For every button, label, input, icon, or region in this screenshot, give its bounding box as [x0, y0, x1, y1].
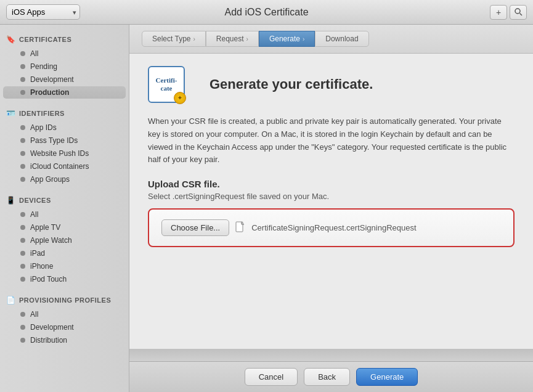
- title-bar: iOS Apps Add iOS Certificate +: [0, 0, 533, 25]
- sidebar-item-production[interactable]: Production: [3, 86, 126, 99]
- content-area: Select Type › Request › Generate › Downl…: [129, 25, 533, 392]
- cert-icon-label: Certifi-cate: [156, 76, 177, 92]
- sidebar-item-apple-tv[interactable]: Apple TV: [3, 221, 126, 234]
- step-request[interactable]: Request ›: [206, 31, 259, 47]
- sidebar-item-ipad[interactable]: iPad: [3, 247, 126, 259]
- sidebar-item-all-certs[interactable]: All: [3, 47, 126, 60]
- svg-point-0: [515, 9, 520, 14]
- sidebar-item-website-push-ids[interactable]: Website Push IDs: [3, 147, 126, 160]
- steps-bar: Select Type › Request › Generate › Downl…: [129, 25, 533, 54]
- certificates-icon: 🔖: [6, 35, 16, 44]
- choose-file-button[interactable]: Choose File...: [161, 219, 229, 236]
- generate-button[interactable]: Generate: [356, 368, 418, 386]
- provisioning-icon: 📄: [6, 295, 16, 305]
- search-icon: [515, 8, 523, 16]
- cert-badge: ✦: [174, 92, 186, 104]
- file-name: CertificateSigningRequest.certSigningReq…: [251, 223, 416, 232]
- sidebar-item-pass-type-ids[interactable]: Pass Type IDs: [3, 134, 126, 147]
- footer-divider: [129, 349, 533, 361]
- svg-line-1: [519, 14, 522, 16]
- sidebar-item-dev-profiles[interactable]: Development: [3, 321, 126, 333]
- step-arrow-1: ›: [193, 36, 195, 43]
- description-text: When your CSR file is created, a public …: [148, 115, 515, 166]
- cert-icon-wrapper: Certifi-cate ✦: [148, 66, 197, 103]
- step-arrow-2: ›: [246, 36, 248, 43]
- main-container: 🔖 Certificates All Pending Development P…: [0, 25, 533, 392]
- title-bar-left: iOS Apps: [6, 4, 80, 20]
- footer: Cancel Back Generate: [129, 361, 533, 392]
- back-button[interactable]: Back: [304, 368, 350, 386]
- search-button[interactable]: [510, 5, 527, 20]
- sidebar-item-app-ids[interactable]: App IDs: [3, 121, 126, 134]
- app-selector-wrapper[interactable]: iOS Apps: [6, 4, 80, 20]
- step-select-type[interactable]: Select Type ›: [142, 31, 206, 47]
- sidebar-item-all-devices[interactable]: All: [3, 208, 126, 221]
- content-header: Certifi-cate ✦ Generate your certificate…: [148, 66, 515, 103]
- sidebar: 🔖 Certificates All Pending Development P…: [0, 25, 129, 392]
- sidebar-item-app-groups[interactable]: App Groups: [3, 173, 126, 186]
- identifiers-icon: 🪪: [6, 108, 16, 118]
- upload-box: Choose File... CertificateSigningRequest…: [148, 208, 515, 247]
- sidebar-item-iphone[interactable]: iPhone: [3, 260, 126, 272]
- sidebar-item-pending[interactable]: Pending: [3, 60, 126, 73]
- document-icon: [235, 221, 245, 232]
- app-selector[interactable]: iOS Apps: [6, 4, 80, 20]
- sidebar-section-identifiers: 🪪 Identifiers: [0, 104, 129, 121]
- page-title: Generate your certificate.: [210, 76, 373, 92]
- sidebar-section-certificates: 🔖 Certificates: [0, 30, 129, 47]
- cancel-button[interactable]: Cancel: [245, 368, 298, 386]
- upload-section-sub: Select .certSigningRequest file saved on…: [148, 192, 515, 201]
- sidebar-item-all-profiles[interactable]: All: [3, 308, 126, 321]
- content-body: Certifi-cate ✦ Generate your certificate…: [129, 54, 533, 349]
- sidebar-item-ipod-touch[interactable]: iPod Touch: [3, 273, 126, 285]
- sidebar-item-icloud-containers[interactable]: iCloud Containers: [3, 160, 126, 173]
- sidebar-section-devices: 📱 Devices: [0, 190, 129, 208]
- upload-section-title: Upload CSR file.: [148, 179, 515, 189]
- certificate-icon: Certifi-cate ✦: [148, 66, 185, 103]
- title-bar-title: Add iOS Certificate: [224, 7, 308, 18]
- sidebar-item-apple-watch[interactable]: Apple Watch: [3, 234, 126, 247]
- step-download[interactable]: Download: [315, 31, 368, 47]
- step-generate[interactable]: Generate ›: [259, 31, 315, 47]
- title-bar-actions: +: [490, 5, 527, 20]
- step-arrow-3: ›: [303, 36, 304, 43]
- sidebar-item-development[interactable]: Development: [3, 73, 126, 86]
- file-icon: [235, 221, 245, 235]
- sidebar-item-dist-profiles[interactable]: Distribution: [3, 334, 126, 346]
- sidebar-section-provisioning: 📄 Provisioning Profiles: [0, 290, 129, 308]
- devices-icon: 📱: [6, 195, 16, 205]
- add-button[interactable]: +: [490, 5, 507, 20]
